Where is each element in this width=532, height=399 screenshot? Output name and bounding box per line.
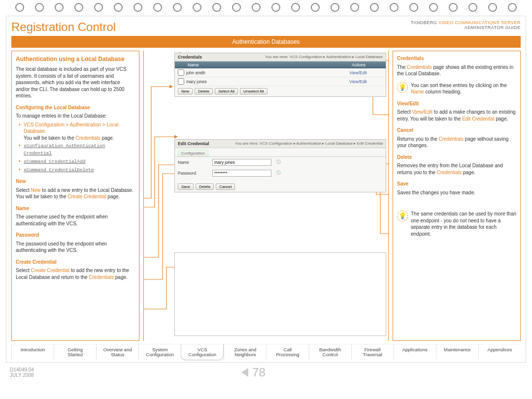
new-button[interactable]: New (178, 88, 193, 94)
heading-delete: Delete (397, 154, 516, 161)
middle-column: Credentials You are here: VCS Configurat… (143, 51, 389, 341)
breadcrumb: You are here: VCS Configuration ▸ Authen… (235, 141, 383, 146)
tip-shared-credentials: The same credentials can be used by more… (411, 211, 516, 237)
heading-save: Save (397, 181, 516, 187)
page-number: 78 (241, 366, 266, 379)
tab-system-configuration[interactable]: SystemConfiguration (138, 344, 181, 360)
password-field[interactable] (212, 170, 271, 177)
table-row: mary jones View/Edit (175, 77, 386, 86)
tab-maintenance[interactable]: Maintenance (436, 344, 478, 360)
view-edit-link[interactable]: View/Edit (333, 79, 383, 84)
lightbulb-icon: 💡 (397, 82, 408, 93)
section-banner: Authentication Databases (11, 36, 521, 48)
configuration-tab[interactable]: Configuration (178, 150, 208, 156)
left-column: Authentication using a Local Database Th… (11, 51, 139, 341)
prev-page-arrow-icon[interactable] (241, 368, 248, 377)
heading-name: Name (16, 205, 135, 212)
save-button[interactable]: Save (178, 184, 194, 190)
doc-header-right: TANDBERG VIDEO COMMUNICATIONS SERVER ADM… (411, 20, 521, 30)
text-create-credential: Select Create Credential to add the new … (16, 267, 135, 280)
text-view-edit: Select View/Edit to add a make changes t… (397, 109, 516, 122)
tab-appendices[interactable]: Appendices (478, 344, 521, 360)
tab-zones-and-neighbors[interactable]: Zones andNeighbors (224, 344, 266, 360)
cell-name: john smith (186, 70, 333, 75)
heading-new: New (16, 178, 135, 185)
nav-path-item: VCS Configuration > Authentication > Loc… (19, 122, 135, 142)
spiral-binding (0, 0, 532, 15)
table-row: john smith View/Edit (175, 68, 386, 77)
empty-panel (174, 252, 386, 336)
text-name: The username used by the endpoint when a… (16, 214, 135, 227)
row-checkbox[interactable] (178, 69, 184, 76)
page-title: Registration Control (11, 20, 116, 34)
heading-auth-local: Authentication using a Local Database (16, 55, 135, 63)
name-label: Name (178, 160, 207, 165)
column-name[interactable]: Name (185, 61, 332, 68)
text-delete: Removes the entry from the Local Databas… (397, 162, 516, 176)
name-field[interactable] (212, 159, 271, 166)
tab-vcs-configuration[interactable]: VCSConfiguration (181, 344, 224, 360)
tab-call-processing[interactable]: CallProcessing (266, 344, 308, 360)
column-actions: Actions (332, 61, 386, 68)
text-auth-local: The local database is included as part o… (16, 66, 135, 99)
heading-create-credential: Create Credential (16, 259, 135, 266)
text-save: Saves the changes you have made. (397, 189, 516, 196)
bottom-tabs: IntroductionGettingStartedOverview andSt… (11, 344, 521, 360)
tab-overview-and-status[interactable]: Overview andStatus (96, 344, 138, 360)
tab-applications[interactable]: Applications (394, 344, 436, 360)
edit-credential-panel: Edit Credential You are here: VCS Config… (174, 139, 386, 192)
tab-firewall-traversal[interactable]: FirewallTraversal (351, 344, 394, 360)
tab-bandwidth-control[interactable]: BandwidthControl (309, 344, 351, 360)
text-password: The password used by the endpoint when a… (16, 241, 135, 254)
credentials-panel: Credentials You are here: VCS Configurat… (174, 53, 386, 97)
info-icon[interactable]: ⓘ (276, 159, 281, 165)
heading-password: Password (16, 232, 135, 239)
breadcrumb: You are here: VCS Configuration ▸ Authen… (265, 55, 383, 60)
lightbulb-icon: 💡 (397, 211, 408, 221)
password-label: Password (178, 171, 207, 176)
cli-xcommand-add[interactable]: xCommand CredentialAdd (24, 159, 85, 164)
tip-sort: You can sort these entries by clicking o… (411, 82, 516, 95)
cancel-button[interactable]: Cancel (216, 184, 235, 190)
text-credentials: The Credentials page shows all the exist… (397, 64, 516, 77)
tab-getting-started[interactable]: GettingStarted (54, 344, 96, 360)
delete-button[interactable]: Delete (196, 184, 214, 190)
text-new: Select New to add a new entry to the Loc… (16, 187, 135, 200)
text-cancel: Returns you to the Credentials page with… (397, 136, 516, 149)
info-icon[interactable]: ⓘ (276, 170, 281, 176)
text-manage: To manage entries in the Local Database: (16, 113, 135, 120)
tab-introduction[interactable]: Introduction (11, 344, 54, 360)
select-all-button[interactable]: Select All (215, 88, 238, 94)
heading-view-edit: View/Edit (397, 100, 516, 107)
right-column: Credentials The Credentials page shows a… (393, 51, 521, 341)
edit-credential-title: Edit Credential (178, 141, 209, 146)
cell-name: mary jones (186, 79, 333, 84)
delete-button[interactable]: Delete (195, 88, 213, 94)
heading-credentials: Credentials (397, 55, 516, 62)
cli-xcommand-delete[interactable]: xCommand CredentialDelete (24, 167, 94, 173)
doc-id-block: D14049.04JULY 2008 (10, 367, 34, 378)
heading-cancel: Cancel (397, 127, 516, 134)
credentials-panel-title: Credentials (178, 55, 202, 60)
cli-xconfig-auth[interactable]: xConfiguration Authentication Credential (24, 143, 105, 156)
row-checkbox[interactable] (178, 78, 184, 85)
unselect-all-button[interactable]: Unselect All (240, 88, 267, 94)
view-edit-link[interactable]: View/Edit (333, 70, 383, 75)
heading-configuring: Configuring the Local Database (16, 104, 135, 111)
